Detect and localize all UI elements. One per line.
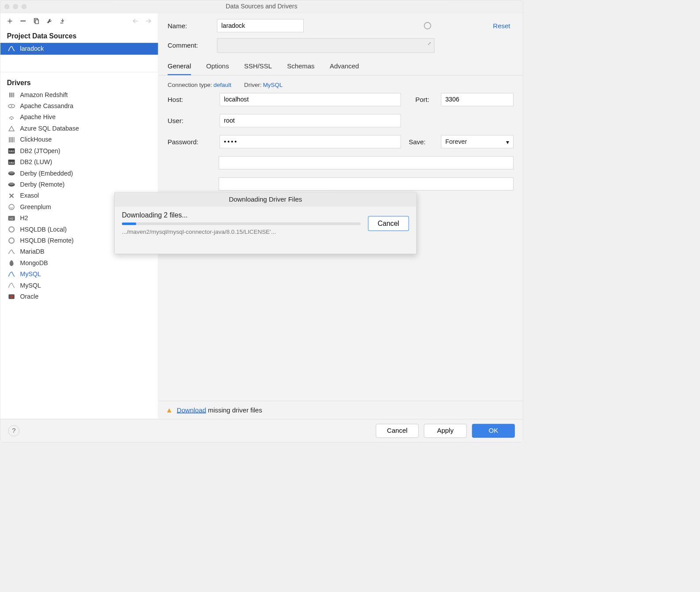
- driver-item[interactable]: MongoDB: [0, 258, 158, 269]
- wrench-icon[interactable]: [46, 18, 53, 25]
- svg-point-17: [9, 172, 14, 173]
- download-drivers-link[interactable]: Download: [177, 406, 206, 413]
- svg-point-19: [9, 183, 14, 185]
- help-icon[interactable]: ?: [8, 425, 19, 436]
- database-input[interactable]: [219, 156, 514, 169]
- datasource-item-laradock[interactable]: laradock: [0, 43, 158, 55]
- port-label: Port:: [415, 96, 435, 103]
- tab-options[interactable]: Options: [206, 63, 229, 75]
- svg-rect-10: [12, 137, 13, 142]
- driver-item-label: Azure SQL Database: [20, 125, 79, 132]
- sidebar-toolbar: [0, 13, 158, 29]
- svg-rect-5: [13, 93, 14, 97]
- user-input[interactable]: [220, 114, 401, 127]
- tab-advanced[interactable]: Advanced: [330, 63, 359, 75]
- reset-link[interactable]: Reset: [493, 22, 514, 30]
- driver-icon: [7, 248, 15, 256]
- svg-rect-11: [14, 137, 14, 142]
- port-input[interactable]: [441, 93, 514, 106]
- driver-item[interactable]: MySQL: [0, 269, 158, 280]
- driver-item[interactable]: Derby (Remote): [0, 179, 158, 190]
- tabs: GeneralOptionsSSH/SSLSchemasAdvanced: [158, 59, 522, 75]
- driver-icon: [7, 236, 15, 244]
- cancel-button[interactable]: Cancel: [376, 424, 419, 438]
- driver-item-label: Apache Hive: [20, 114, 56, 121]
- svg-rect-3: [9, 93, 11, 97]
- footer: ? Cancel Apply OK: [0, 419, 523, 442]
- driver-icon: [7, 180, 15, 188]
- driver-item-label: Oracle: [20, 293, 39, 300]
- driver-item[interactable]: DB2DB2 (LUW): [0, 157, 158, 168]
- back-icon[interactable]: [132, 18, 139, 25]
- driver-link[interactable]: MySQL: [263, 82, 283, 88]
- ok-button[interactable]: OK: [472, 424, 515, 438]
- warning-bar: ▲ Download missing driver files: [158, 401, 522, 419]
- url-input[interactable]: [219, 177, 514, 191]
- driver-item[interactable]: Apache Hive: [0, 112, 158, 123]
- tab-general[interactable]: General: [168, 63, 191, 75]
- driver-item[interactable]: Amazon Redshift: [0, 89, 158, 100]
- driver-item-label: DB2 (LUW): [20, 158, 52, 165]
- remove-icon[interactable]: [19, 18, 26, 25]
- svg-point-7: [11, 105, 12, 107]
- driver-item[interactable]: Apache Cassandra: [0, 101, 158, 112]
- color-circle-icon[interactable]: [424, 22, 431, 29]
- driver-item-label: Apache Cassandra: [20, 102, 74, 109]
- download-dialog: Downloading Driver Files Downloading 2 f…: [114, 192, 417, 254]
- tab-schemas[interactable]: Schemas: [287, 63, 314, 75]
- driver-icon: [7, 259, 15, 267]
- chevron-down-icon: ▾: [506, 138, 509, 146]
- driver-item[interactable]: MySQL: [0, 280, 158, 291]
- svg-point-24: [9, 238, 14, 243]
- driver-icon: [7, 124, 15, 132]
- comment-input[interactable]: ⤢: [217, 38, 434, 53]
- password-input[interactable]: [220, 135, 401, 148]
- tab-ssh-ssl[interactable]: SSH/SSL: [244, 63, 272, 75]
- expand-icon[interactable]: ⤢: [428, 41, 432, 46]
- svg-rect-9: [11, 137, 11, 142]
- driver-item-label: MySQL: [20, 270, 41, 277]
- driver-item[interactable]: Azure SQL Database: [0, 123, 158, 134]
- driver-item-label: MariaDB: [20, 248, 45, 255]
- save-select-value: Forever: [445, 138, 467, 145]
- section-header-drivers: Drivers: [0, 75, 158, 89]
- driver-item-label: Derby (Remote): [20, 181, 65, 188]
- driver-icon: [7, 102, 15, 110]
- save-select[interactable]: Forever ▾: [441, 135, 514, 148]
- section-header-project: Project Data Sources: [0, 29, 158, 43]
- driver-label: Driver:: [244, 82, 262, 88]
- conn-type-link[interactable]: default: [213, 82, 231, 88]
- svg-point-20: [9, 204, 14, 210]
- driver-icon: [7, 270, 15, 278]
- driver-icon: H2: [7, 214, 15, 222]
- driver-item-label: DB2 (JTOpen): [20, 147, 60, 154]
- driver-icon: [7, 91, 15, 99]
- driver-item[interactable]: ClickHouse: [0, 134, 158, 145]
- add-icon[interactable]: [6, 18, 13, 25]
- driver-item[interactable]: Oracle: [0, 291, 158, 302]
- apply-button[interactable]: Apply: [424, 424, 467, 438]
- driver-icon: [7, 136, 15, 144]
- warning-icon: ▲: [166, 406, 173, 414]
- dialog-path: .../maven2/mysql/mysql-connector-java/8.…: [122, 229, 360, 236]
- host-input[interactable]: [220, 93, 401, 106]
- window-title: Data Sources and Drivers: [0, 3, 523, 10]
- copy-icon[interactable]: [33, 18, 40, 25]
- svg-rect-2: [35, 20, 38, 24]
- titlebar: Data Sources and Drivers: [0, 0, 523, 13]
- driver-item[interactable]: DB2DB2 (JTOpen): [0, 146, 158, 157]
- driver-icon: [7, 225, 15, 233]
- driver-item-label: ClickHouse: [20, 136, 52, 143]
- driver-icon: DB2: [7, 147, 15, 155]
- driver-item-label: MongoDB: [20, 259, 48, 266]
- driver-icon: [7, 192, 15, 200]
- svg-text:DB2: DB2: [9, 161, 14, 164]
- driver-item-label: Exasol: [20, 192, 39, 199]
- driver-icon: DB2: [7, 158, 15, 166]
- dialog-cancel-button[interactable]: Cancel: [368, 216, 409, 231]
- forward-icon[interactable]: [145, 18, 152, 25]
- import-icon[interactable]: [59, 18, 66, 25]
- name-input[interactable]: [217, 19, 304, 32]
- driver-item[interactable]: Derby (Embedded): [0, 168, 158, 179]
- warning-text: missing driver files: [206, 406, 262, 413]
